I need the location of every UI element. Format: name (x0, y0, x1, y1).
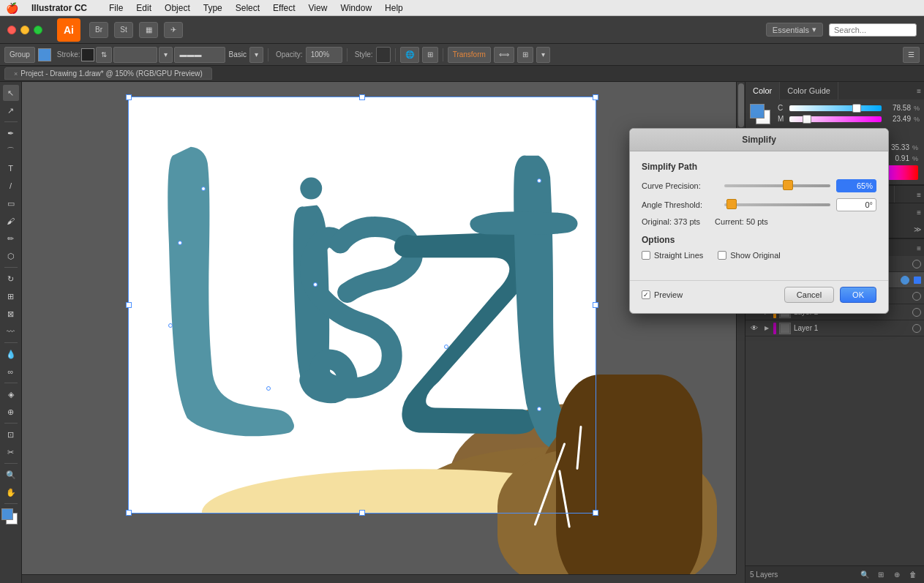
rotate-tool[interactable]: ↻ (3, 271, 19, 287)
menu-edit[interactable]: Edit (130, 1, 157, 15)
stock-icon[interactable]: St (114, 22, 133, 38)
essentials-button[interactable]: Essentials ▾ (766, 23, 823, 37)
panel-toggle[interactable]: ☰ (903, 47, 920, 63)
stroke-dropdown[interactable]: ▾ (159, 47, 173, 63)
transform-label[interactable]: Transform (448, 47, 491, 63)
angle-threshold-slider[interactable] (724, 203, 830, 206)
layer-1-expand[interactable]: ▶ (763, 325, 770, 332)
m-slider[interactable] (789, 116, 882, 122)
maximize-button[interactable] (34, 26, 42, 34)
show-original-option: Show Original (718, 251, 780, 260)
menu-object[interactable]: Object (159, 1, 196, 15)
minimize-button[interactable] (20, 26, 29, 34)
stroke-width[interactable] (113, 47, 157, 63)
rect-tool[interactable]: ▭ (3, 195, 19, 211)
shaper-tool[interactable]: ⬡ (3, 248, 19, 264)
image-trace-icon[interactable]: ⊞ (422, 47, 438, 63)
c-slider[interactable] (789, 105, 882, 111)
symbol-tool[interactable]: ◈ (3, 386, 19, 402)
pencil-tool[interactable]: ✏ (3, 230, 19, 247)
line-tool[interactable]: / (3, 178, 19, 194)
layer-1-visibility[interactable]: 👁 (748, 323, 760, 334)
menu-select[interactable]: Select (230, 1, 266, 15)
layer-2-circle[interactable] (912, 308, 921, 317)
cancel-button[interactable]: Cancel (784, 287, 834, 303)
align-dropdown[interactable]: ▾ (536, 47, 550, 63)
blend-tool[interactable]: ∞ (3, 364, 19, 380)
fill-color[interactable] (38, 48, 51, 61)
menu-type[interactable]: Type (198, 1, 228, 15)
fill-stroke-selector[interactable] (750, 104, 773, 127)
fill-stroke-swatches[interactable] (1, 508, 20, 527)
column-graph-tool[interactable]: ⊕ (3, 404, 19, 420)
tab-close[interactable]: × (14, 70, 18, 78)
menu-view[interactable]: View (303, 1, 334, 15)
send-icon[interactable]: ✈ (164, 22, 183, 38)
type-tool[interactable]: T (3, 160, 19, 176)
paintbrush-tool[interactable]: 🖌 (3, 213, 19, 229)
menu-illustrator[interactable]: Illustrator CC (26, 1, 93, 15)
toolbar-separator (268, 48, 268, 61)
zoom-tool[interactable]: 🔍 (3, 467, 19, 483)
angle-threshold-input[interactable]: 0° (836, 198, 876, 211)
reflect-tool[interactable]: ⊞ (3, 288, 19, 304)
scale-tool[interactable]: ⊠ (3, 306, 19, 322)
show-original-checkbox[interactable] (718, 251, 726, 260)
transform-options[interactable]: ⟺ (494, 47, 514, 63)
menu-window[interactable]: Window (334, 1, 378, 15)
bridge-icon[interactable]: Br (89, 22, 108, 38)
basic-dropdown[interactable]: ▾ (249, 47, 263, 63)
curve-precision-slider[interactable] (724, 184, 830, 187)
horizontal-scrollbar[interactable] (22, 574, 736, 583)
appearance-panel-menu[interactable]: ≡ (914, 208, 924, 217)
apple-menu[interactable]: 🍎 (6, 2, 18, 14)
scrollbar-thumb[interactable] (738, 83, 744, 127)
color-guide-tab[interactable]: Color Guide (780, 82, 838, 99)
close-button[interactable] (7, 26, 16, 34)
slice-tool[interactable]: ✂ (3, 444, 19, 460)
color-tab[interactable]: Color (745, 82, 780, 99)
layer-1-color (773, 323, 776, 334)
menu-help[interactable]: Help (379, 1, 409, 15)
search-input[interactable] (829, 23, 917, 37)
menu-file[interactable]: File (103, 1, 129, 15)
layer-4-circle[interactable] (901, 276, 909, 285)
opacity-input[interactable]: 100% (306, 47, 342, 63)
c-thumb[interactable] (852, 104, 861, 113)
grid-icon[interactable]: ▦ (139, 22, 158, 38)
m-thumb[interactable] (803, 115, 811, 124)
layer-3-circle[interactable] (912, 292, 921, 301)
style-color[interactable] (376, 47, 391, 63)
stroke-arrows[interactable]: ⇅ (96, 47, 112, 63)
globe-icon[interactable]: 🌐 (400, 47, 419, 63)
curve-precision-thumb[interactable] (783, 180, 793, 190)
angle-threshold-thumb[interactable] (726, 199, 737, 209)
document-tab[interactable]: × Project - Drawing 1.draw* @ 150% (RGB/… (4, 67, 212, 80)
panel-menu-btn[interactable]: ≡ (914, 87, 924, 95)
curve-precision-input[interactable]: 65% (836, 179, 876, 192)
layer-1-circle[interactable] (912, 324, 921, 333)
stroke-panel-menu[interactable]: ≡ (914, 190, 924, 199)
ok-button[interactable]: OK (840, 287, 876, 303)
layer-5-circle[interactable] (912, 260, 921, 268)
curvature-tool[interactable]: ⌒ (3, 143, 19, 159)
eyedropper-tool[interactable]: 💧 (3, 346, 19, 362)
direct-select-tool[interactable]: ↗ (3, 102, 19, 119)
align-icon[interactable]: ⊞ (517, 47, 533, 63)
make-clip-mask-icon[interactable]: ⊞ (874, 568, 887, 582)
stroke-type[interactable]: ▬▬▬ (174, 47, 225, 63)
preview-checkbox[interactable]: ✓ (642, 290, 650, 299)
layer-1-name[interactable]: Layer 1 (794, 324, 909, 332)
select-tool[interactable]: ↖ (3, 85, 19, 101)
stroke-color[interactable] (81, 48, 94, 61)
artboard-tool[interactable]: ⊡ (3, 426, 19, 443)
locate-object-icon[interactable]: 🔍 (858, 568, 871, 582)
pen-tool[interactable]: ✒ (3, 125, 19, 141)
straight-lines-checkbox[interactable] (642, 251, 650, 260)
add-layer-icon[interactable]: ⊕ (890, 568, 904, 582)
warp-tool[interactable]: 〰 (3, 323, 19, 339)
layers-panel-menu[interactable]: ≡ (914, 244, 924, 252)
hand-tool[interactable]: ✋ (3, 484, 19, 500)
menu-effect[interactable]: Effect (267, 1, 301, 15)
delete-layer-icon[interactable]: 🗑 (906, 568, 920, 582)
